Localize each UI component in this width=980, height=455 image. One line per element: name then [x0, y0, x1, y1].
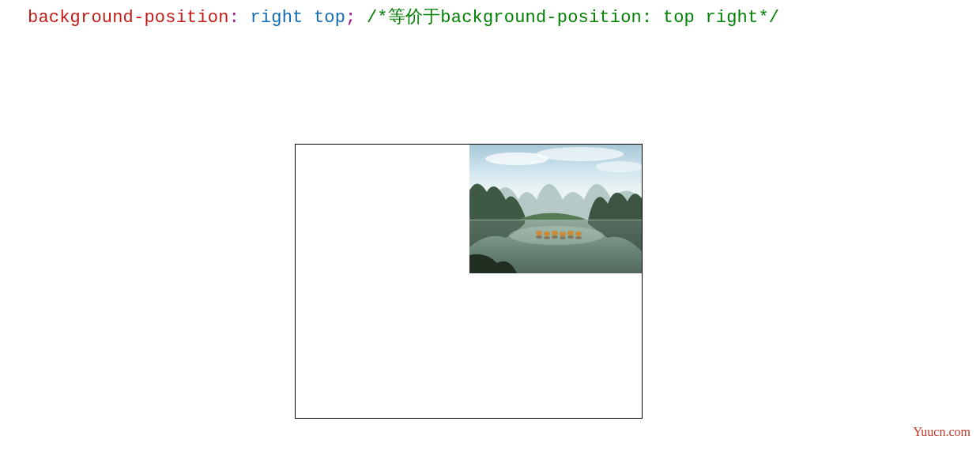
css-value-top: top — [314, 8, 345, 28]
css-comment: /*等价于background-position: top right*/ — [367, 8, 779, 28]
code-line: background-position: right top; /*等价于bac… — [28, 5, 779, 28]
svg-point-3 — [596, 161, 642, 172]
svg-point-7 — [544, 231, 550, 236]
svg-point-13 — [544, 236, 550, 239]
svg-point-10 — [567, 231, 574, 235]
svg-point-6 — [536, 231, 542, 235]
svg-point-11 — [575, 231, 582, 236]
svg-point-14 — [552, 235, 558, 239]
svg-point-8 — [552, 231, 558, 235]
svg-point-16 — [567, 235, 574, 239]
colon: : — [229, 8, 239, 28]
svg-point-15 — [560, 236, 566, 239]
watermark: Yuucn.com — [914, 425, 971, 439]
css-property: background-position — [28, 8, 229, 28]
svg-point-17 — [575, 236, 582, 239]
svg-point-12 — [536, 235, 542, 239]
css-value-right: right — [250, 8, 303, 28]
svg-point-9 — [560, 231, 566, 236]
landscape-image — [469, 145, 642, 273]
semicolon: ; — [345, 8, 356, 28]
svg-point-5 — [509, 226, 604, 245]
svg-point-2 — [537, 147, 624, 161]
demo-container — [295, 144, 643, 419]
